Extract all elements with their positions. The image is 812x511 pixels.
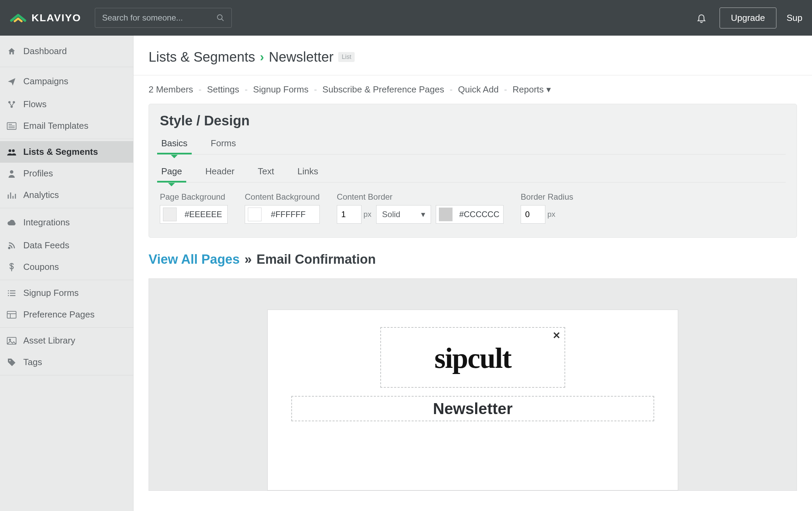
subnav-reports-dropdown[interactable]: Reports ▾ — [512, 84, 551, 95]
subnav-subscribe-preference[interactable]: Subscribe & Preference Pages — [322, 84, 444, 95]
brand-logo-block[interactable]: KLAVIYO — [10, 11, 81, 25]
border-color-input[interactable] — [436, 205, 504, 224]
breadcrumb-separator: » — [244, 252, 252, 267]
border-radius-input[interactable] — [521, 205, 545, 224]
style-fields-row: Page Background Content Background Conte… — [160, 192, 786, 224]
dollar-icon — [6, 262, 17, 272]
sidebar-item-tags[interactable]: Tags — [0, 351, 133, 373]
content-bg-color-input[interactable] — [245, 205, 320, 224]
sidebar-item-label: Integrations — [23, 217, 70, 228]
field-content-border: Content Border px Solid ▾ — [337, 192, 504, 224]
search-icon — [216, 14, 225, 22]
tab-basics[interactable]: Basics — [160, 135, 189, 154]
sidebar-item-label: Campaigns — [23, 76, 68, 87]
color-swatch[interactable] — [163, 208, 177, 221]
subnav-reports-label: Reports — [512, 84, 544, 95]
border-style-select[interactable]: Solid ▾ — [376, 205, 431, 224]
page-bg-color-input[interactable] — [160, 205, 228, 224]
subnav-signup-forms[interactable]: Signup Forms — [253, 84, 308, 95]
flows-icon — [6, 100, 17, 109]
view-all-pages-link[interactable]: View All Pages — [149, 252, 240, 267]
sidebar-item-label: Coupons — [23, 262, 59, 272]
subnav-members[interactable]: 2 Members — [149, 84, 193, 95]
svg-rect-23 — [7, 311, 16, 318]
logo-editable-block[interactable]: ✕ sipcult — [380, 327, 565, 388]
content-bg-hex-input[interactable] — [264, 210, 312, 219]
cloud-icon — [6, 219, 17, 226]
sidebar-item-label: Signup Forms — [23, 288, 79, 298]
style-subtabs: Page Header Text Links — [160, 163, 786, 183]
sidebar-item-label: Preference Pages — [23, 309, 94, 320]
subtab-links[interactable]: Links — [296, 163, 320, 182]
color-swatch[interactable] — [248, 208, 262, 221]
sidebar-item-asset-library[interactable]: Asset Library — [0, 330, 133, 351]
sidebar-item-dashboard[interactable]: Dashboard — [0, 38, 133, 65]
global-search[interactable] — [95, 8, 232, 28]
sidebar-item-signup-forms[interactable]: Signup Forms — [0, 282, 133, 304]
style-design-panel: Style / Design Basics Forms Page Header … — [149, 104, 797, 238]
breadcrumb-current: Newsletter — [269, 49, 333, 65]
field-page-background: Page Background — [160, 192, 228, 224]
sidebar-item-preference-pages[interactable]: Preference Pages — [0, 304, 133, 325]
user-icon — [6, 170, 17, 178]
search-input[interactable] — [102, 13, 216, 23]
svg-point-16 — [9, 247, 10, 249]
subtab-text[interactable]: Text — [256, 163, 276, 182]
sidebar-item-label: Email Templates — [23, 121, 88, 131]
sidebar-item-campaigns[interactable]: Campaigns — [0, 69, 133, 94]
sidebar-item-label: Data Feeds — [23, 240, 69, 251]
notifications-icon[interactable] — [696, 13, 707, 23]
border-width-input[interactable] — [337, 205, 361, 224]
main-content: Lists & Segments › Newsletter List 2 Mem… — [134, 36, 812, 511]
sidebar-item-integrations[interactable]: Integrations — [0, 210, 133, 235]
sidebar-item-flows[interactable]: Flows — [0, 94, 133, 115]
unit-label: px — [364, 210, 371, 219]
preview-canvas: ✕ sipcult Newsletter — [149, 278, 797, 491]
field-content-background: Content Background — [245, 192, 320, 224]
chevron-right-icon: › — [260, 50, 264, 64]
upgrade-button[interactable]: Upgrade — [720, 8, 776, 28]
sidebar-item-coupons[interactable]: Coupons — [0, 256, 133, 278]
sidebar-item-email-templates[interactable]: Email Templates — [0, 115, 133, 137]
separator: - — [449, 84, 453, 95]
color-swatch[interactable] — [439, 208, 453, 221]
subnav-quick-add[interactable]: Quick Add — [458, 84, 499, 95]
sidebar-item-analytics[interactable]: Analytics — [0, 184, 133, 206]
svg-point-9 — [9, 149, 11, 152]
style-title: Style / Design — [160, 113, 786, 128]
preview-brand-logo: sipcult — [434, 331, 511, 378]
sidebar-item-profiles[interactable]: Profiles — [0, 163, 133, 184]
svg-point-3 — [13, 101, 15, 103]
svg-line-1 — [221, 19, 224, 21]
tag-icon — [6, 358, 17, 367]
tab-forms[interactable]: Forms — [210, 135, 238, 154]
close-icon[interactable]: ✕ — [553, 330, 560, 341]
sidebar-item-label: Tags — [23, 357, 42, 367]
chart-icon — [6, 191, 17, 199]
view-title: Email Confirmation — [256, 252, 376, 267]
sidebar-item-label: Lists & Segments — [23, 147, 98, 157]
sidebar-item-data-feeds[interactable]: Data Feeds — [0, 235, 133, 256]
breadcrumb-root[interactable]: Lists & Segments — [149, 49, 255, 65]
page-bg-hex-input[interactable] — [179, 210, 227, 219]
users-icon — [6, 148, 17, 156]
title-editable-block[interactable]: Newsletter — [291, 396, 654, 421]
subtab-page[interactable]: Page — [160, 163, 183, 182]
support-link[interactable]: Sup — [787, 13, 802, 23]
svg-point-28 — [9, 360, 11, 361]
field-label: Content Border — [337, 192, 504, 202]
separator: - — [504, 84, 507, 95]
sidebar-item-lists-segments[interactable]: Lists & Segments — [0, 141, 133, 163]
klaviyo-logo-icon — [10, 11, 27, 25]
subtab-header[interactable]: Header — [204, 163, 236, 182]
preview-content-card: ✕ sipcult Newsletter — [267, 310, 678, 490]
sidebar-item-label: Analytics — [23, 190, 59, 200]
unit-label: px — [547, 210, 555, 219]
field-label: Page Background — [160, 192, 228, 202]
svg-point-11 — [10, 170, 13, 174]
subnav-settings[interactable]: Settings — [207, 84, 239, 95]
border-color-hex-input[interactable] — [455, 210, 503, 219]
rss-icon — [6, 241, 17, 250]
image-icon — [6, 337, 17, 345]
breadcrumb: Lists & Segments › Newsletter List — [149, 49, 797, 65]
